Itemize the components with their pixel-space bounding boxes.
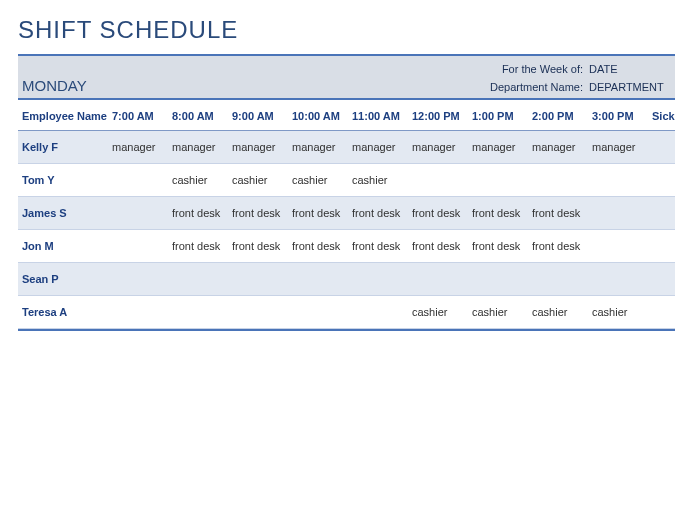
shift-cell: manager	[590, 131, 650, 164]
shift-cell: cashier	[290, 164, 350, 197]
shift-cell	[530, 164, 590, 197]
col-time-5: 12:00 PM	[410, 102, 470, 131]
shift-cell: front desk	[470, 197, 530, 230]
department-value: DEPARTMENT	[589, 78, 669, 96]
department-label: Department Name:	[463, 78, 583, 96]
schedule-table: Employee Name 7:00 AM 8:00 AM 9:00 AM 10…	[18, 102, 675, 329]
shift-cell	[410, 164, 470, 197]
week-of-label: For the Week of:	[463, 60, 583, 78]
shift-cell: front desk	[350, 230, 410, 263]
shift-cell	[350, 296, 410, 329]
shift-cell: cashier	[410, 296, 470, 329]
shift-cell: front desk	[530, 230, 590, 263]
shift-cell: front desk	[290, 230, 350, 263]
info-bar: MONDAY For the Week of: DATE Department …	[18, 56, 675, 98]
week-of-value: DATE	[589, 60, 669, 78]
shift-cell: front desk	[230, 230, 290, 263]
shift-cell	[470, 164, 530, 197]
shift-cell	[110, 197, 170, 230]
table-row: Kelly Fmanagermanagermanagermanagermanag…	[18, 131, 675, 164]
table-row: Jon Mfront deskfront deskfront deskfront…	[18, 230, 675, 263]
sick-cell	[650, 131, 675, 164]
table-row: Teresa Acashiercashiercashiercashier	[18, 296, 675, 329]
shift-cell	[170, 263, 230, 296]
shift-cell	[350, 263, 410, 296]
sick-cell	[650, 296, 675, 329]
employee-name: Tom Y	[18, 164, 110, 197]
shift-cell	[590, 164, 650, 197]
col-time-1: 8:00 AM	[170, 102, 230, 131]
shift-cell: front desk	[230, 197, 290, 230]
shift-cell: manager	[410, 131, 470, 164]
shift-cell: manager	[170, 131, 230, 164]
col-time-7: 2:00 PM	[530, 102, 590, 131]
header-divider	[18, 98, 675, 100]
employee-name: James S	[18, 197, 110, 230]
shift-cell: cashier	[230, 164, 290, 197]
shift-cell	[410, 263, 470, 296]
shift-cell: cashier	[350, 164, 410, 197]
shift-cell: front desk	[530, 197, 590, 230]
shift-cell: manager	[110, 131, 170, 164]
shift-cell: front desk	[470, 230, 530, 263]
shift-cell: cashier	[470, 296, 530, 329]
table-row: Tom Ycashiercashiercashiercashier	[18, 164, 675, 197]
shift-cell: front desk	[350, 197, 410, 230]
employee-name: Sean P	[18, 263, 110, 296]
employee-name: Jon M	[18, 230, 110, 263]
shift-cell: front desk	[170, 197, 230, 230]
day-label: MONDAY	[22, 77, 87, 94]
employee-name: Teresa A	[18, 296, 110, 329]
page-title: SHIFT SCHEDULE	[18, 16, 675, 44]
sick-cell	[650, 230, 675, 263]
shift-cell	[110, 263, 170, 296]
shift-cell	[290, 296, 350, 329]
col-time-4: 11:00 AM	[350, 102, 410, 131]
shift-cell	[110, 296, 170, 329]
shift-cell: cashier	[170, 164, 230, 197]
shift-cell	[470, 263, 530, 296]
sick-cell	[650, 263, 675, 296]
sick-cell	[650, 164, 675, 197]
col-time-0: 7:00 AM	[110, 102, 170, 131]
shift-cell: front desk	[290, 197, 350, 230]
shift-cell: front desk	[170, 230, 230, 263]
employee-name: Kelly F	[18, 131, 110, 164]
shift-cell: cashier	[530, 296, 590, 329]
shift-cell: manager	[350, 131, 410, 164]
shift-cell: manager	[530, 131, 590, 164]
shift-cell: front desk	[410, 197, 470, 230]
table-row: James Sfront deskfront deskfront deskfro…	[18, 197, 675, 230]
shift-cell: front desk	[410, 230, 470, 263]
shift-cell: manager	[230, 131, 290, 164]
col-time-6: 1:00 PM	[470, 102, 530, 131]
shift-cell	[290, 263, 350, 296]
shift-cell	[230, 263, 290, 296]
shift-cell	[590, 263, 650, 296]
shift-cell	[590, 230, 650, 263]
shift-cell	[110, 230, 170, 263]
col-time-3: 10:00 AM	[290, 102, 350, 131]
col-time-2: 9:00 AM	[230, 102, 290, 131]
shift-cell: manager	[470, 131, 530, 164]
col-sick: Sick?	[650, 102, 675, 131]
table-row: Sean P	[18, 263, 675, 296]
shift-cell	[110, 164, 170, 197]
shift-cell: manager	[290, 131, 350, 164]
shift-cell	[230, 296, 290, 329]
col-employee: Employee Name	[18, 102, 110, 131]
shift-cell	[590, 197, 650, 230]
header-row: Employee Name 7:00 AM 8:00 AM 9:00 AM 10…	[18, 102, 675, 131]
col-time-8: 3:00 PM	[590, 102, 650, 131]
sick-cell	[650, 197, 675, 230]
bottom-divider	[18, 329, 675, 331]
shift-cell: cashier	[590, 296, 650, 329]
shift-cell	[170, 296, 230, 329]
shift-cell	[530, 263, 590, 296]
